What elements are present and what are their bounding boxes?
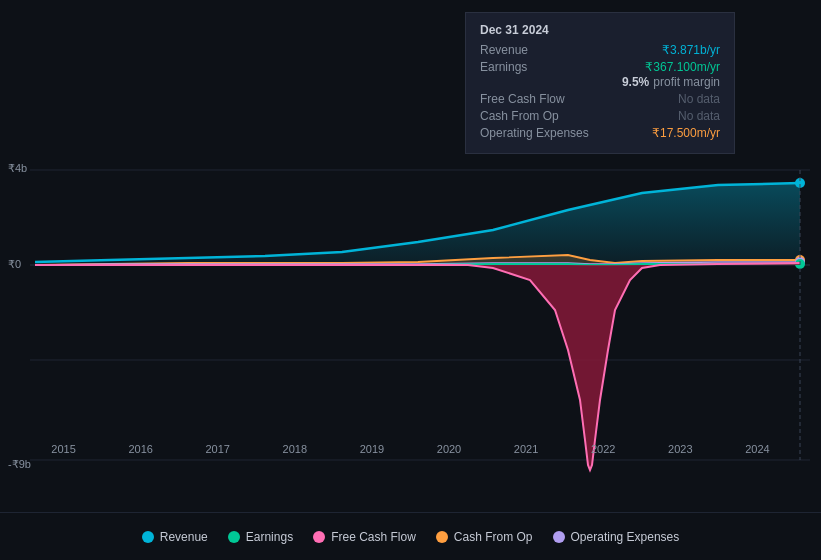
legend-dot-revenue [142,531,154,543]
tooltip-opex-value: ₹17.500m/yr [652,126,720,140]
tooltip-earnings-label: Earnings [480,60,590,74]
legend-dot-fcf [313,531,325,543]
tooltip-revenue-label: Revenue [480,43,590,57]
x-label-2022: 2022 [591,443,615,455]
x-label-2016: 2016 [128,443,152,455]
y-label-zero: ₹0 [8,258,21,271]
tooltip-row-revenue: Revenue ₹3.871b/yr [480,43,720,57]
legend-dot-earnings [228,531,240,543]
x-label-2024: 2024 [745,443,769,455]
tooltip-row-earnings: Earnings ₹367.100m/yr [480,60,720,74]
x-label-2020: 2020 [437,443,461,455]
tooltip-fcf-value: No data [678,92,720,106]
profit-margin-pct: 9.5% [622,75,649,89]
legend-label-revenue: Revenue [160,530,208,544]
x-label-2021: 2021 [514,443,538,455]
legend-item-fcf[interactable]: Free Cash Flow [313,530,416,544]
legend-label-fcf: Free Cash Flow [331,530,416,544]
tooltip-opex-label: Operating Expenses [480,126,590,140]
y-label-top: ₹4b [8,162,27,175]
tooltip-date: Dec 31 2024 [480,23,720,37]
legend-item-cashfromop[interactable]: Cash From Op [436,530,533,544]
legend-label-opex: Operating Expenses [571,530,680,544]
x-axis: 2015 2016 2017 2018 2019 2020 2021 2022 … [0,443,821,455]
legend-item-revenue[interactable]: Revenue [142,530,208,544]
tooltip-row-opex: Operating Expenses ₹17.500m/yr [480,126,720,140]
legend-bar: Revenue Earnings Free Cash Flow Cash Fro… [0,512,821,560]
x-label-2018: 2018 [283,443,307,455]
tooltip-revenue-value: ₹3.871b/yr [662,43,720,57]
x-label-2019: 2019 [360,443,384,455]
profit-margin-row: 9.5% profit margin [480,75,720,89]
tooltip-row-cashfromop: Cash From Op No data [480,109,720,123]
tooltip-fcf-label: Free Cash Flow [480,92,590,106]
legend-item-earnings[interactable]: Earnings [228,530,293,544]
tooltip-row-fcf: Free Cash Flow No data [480,92,720,106]
legend-dot-cashfromop [436,531,448,543]
y-label-bottom: -₹9b [8,458,31,471]
x-label-2023: 2023 [668,443,692,455]
tooltip-box: Dec 31 2024 Revenue ₹3.871b/yr Earnings … [465,12,735,154]
chart-area: ₹4b ₹0 -₹9b 2015 2016 2017 2018 2019 202… [0,0,821,510]
x-label-2017: 2017 [205,443,229,455]
legend-label-earnings: Earnings [246,530,293,544]
tooltip-cashfromop-value: No data [678,109,720,123]
legend-dot-opex [553,531,565,543]
tooltip-cashfromop-label: Cash From Op [480,109,590,123]
legend-label-cashfromop: Cash From Op [454,530,533,544]
tooltip-earnings-value: ₹367.100m/yr [645,60,720,74]
legend-item-opex[interactable]: Operating Expenses [553,530,680,544]
x-label-2015: 2015 [51,443,75,455]
profit-margin-label: profit margin [653,75,720,89]
